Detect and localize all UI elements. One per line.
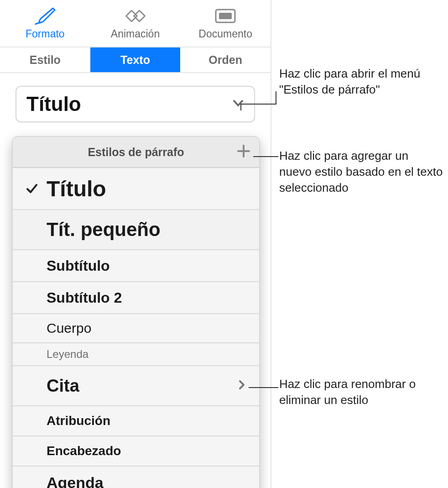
checkmark-icon: [26, 182, 47, 195]
style-item-label: Subtítulo: [47, 257, 246, 274]
inspector-panel: Formato Animación Documento Estilo: [0, 0, 271, 488]
paragraph-styles-popover-title: Estilos de párrafo: [88, 146, 184, 159]
style-item-leyenda[interactable]: Leyenda: [13, 343, 259, 366]
style-item-atribucion[interactable]: Atribución: [13, 406, 259, 436]
callout-leader-icon: [240, 91, 281, 119]
tab-formato[interactable]: Formato: [0, 0, 90, 47]
subtab-estilo-label: Estilo: [30, 53, 61, 67]
paragraph-styles-popover-header: Estilos de párrafo: [13, 137, 259, 168]
style-item-label: Atribución: [47, 414, 246, 428]
subtab-orden[interactable]: Orden: [180, 47, 271, 72]
style-item-cita[interactable]: Cita: [13, 366, 259, 406]
paintbrush-icon: [34, 7, 56, 25]
tab-documento-label: Documento: [198, 28, 252, 40]
inspector-top-tabs: Formato Animación Documento: [0, 0, 271, 47]
document-icon: [214, 7, 236, 25]
paragraph-style-row: Título: [0, 73, 271, 122]
inspector-sub-tabs: Estilo Texto Orden: [0, 47, 271, 73]
subtab-texto[interactable]: Texto: [90, 47, 181, 72]
style-item-label: Subtítulo 2: [47, 289, 246, 306]
paragraph-style-button-label: Título: [26, 93, 81, 115]
callout-leader-icon: [249, 385, 281, 390]
subtab-estilo[interactable]: Estilo: [0, 47, 90, 72]
add-style-button[interactable]: [236, 144, 251, 160]
callout-open-menu: Haz clic para abrir el menú "Estilos de …: [279, 66, 439, 98]
callout-rename-delete: Haz clic para renombrar o eliminar un es…: [279, 376, 439, 408]
chevron-right-icon[interactable]: [238, 379, 246, 392]
paragraph-style-button[interactable]: Título: [16, 86, 255, 122]
style-item-label: Leyenda: [47, 348, 246, 361]
subtab-orden-label: Orden: [208, 53, 242, 67]
style-item-label: Encabezado: [47, 444, 246, 458]
paragraph-styles-popover: Estilos de párrafo Título Tít. pequeño: [12, 136, 260, 488]
paragraph-styles-list: Título Tít. pequeño Subtítulo Subtítulo …: [13, 168, 259, 488]
tab-documento[interactable]: Documento: [180, 0, 271, 47]
style-item-tit-pequeno[interactable]: Tít. pequeño: [13, 210, 259, 250]
style-item-titulo[interactable]: Título: [13, 168, 259, 210]
style-item-agenda[interactable]: Agenda: [13, 467, 259, 488]
callout-add-style: Haz clic para agregar un nuevo estilo ba…: [279, 148, 443, 196]
style-item-label: Título: [47, 176, 246, 201]
tab-animacion-label: Animación: [111, 28, 160, 40]
tab-animacion[interactable]: Animación: [90, 0, 181, 47]
style-item-subtitulo-2[interactable]: Subtítulo 2: [13, 282, 259, 314]
style-item-label: Agenda: [47, 474, 246, 488]
callout-leader-icon: [253, 154, 281, 159]
diamonds-icon: [125, 7, 146, 25]
style-item-label: Cuerpo: [47, 320, 246, 336]
tab-formato-label: Formato: [26, 28, 65, 40]
style-item-label: Cita: [47, 376, 238, 396]
style-item-subtitulo[interactable]: Subtítulo: [13, 250, 259, 282]
style-item-cuerpo[interactable]: Cuerpo: [13, 314, 259, 343]
plus-icon: [236, 144, 251, 158]
style-item-label: Tít. pequeño: [47, 219, 246, 241]
subtab-texto-label: Texto: [120, 53, 150, 67]
style-item-encabezado[interactable]: Encabezado: [13, 436, 259, 467]
svg-rect-1: [219, 13, 232, 19]
